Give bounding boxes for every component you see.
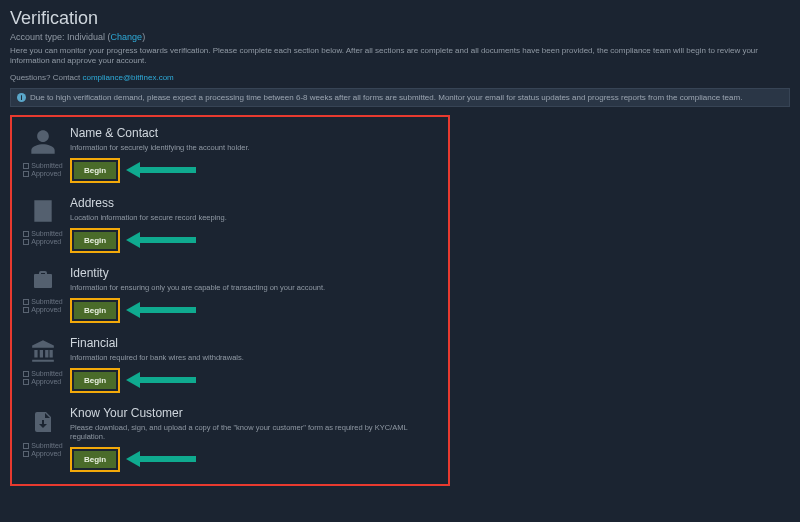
section-kyc: Submitted Approved Know Your Customer Pl… xyxy=(16,401,444,480)
notice-banner: i Due to high verification demand, pleas… xyxy=(10,88,790,107)
arrow-annotation xyxy=(126,234,196,246)
submitted-label: Submitted xyxy=(31,370,63,378)
submitted-label: Submitted xyxy=(31,230,63,238)
section-title: Address xyxy=(70,196,444,210)
approved-label: Approved xyxy=(31,238,61,246)
section-address: Submitted Approved Address Location info… xyxy=(16,191,444,261)
approved-checkbox xyxy=(23,307,29,313)
section-desc: Information required for bank wires and … xyxy=(70,353,444,362)
contact-email-link[interactable]: compliance@bitfinex.com xyxy=(83,73,174,82)
approved-label: Approved xyxy=(31,170,61,178)
notice-text: Due to high verification demand, please … xyxy=(30,93,742,102)
approved-label: Approved xyxy=(31,378,61,386)
section-desc: Location information for secure record k… xyxy=(70,213,444,222)
submitted-checkbox xyxy=(23,443,29,449)
section-desc: Please download, sign, and upload a copy… xyxy=(70,423,444,441)
approved-checkbox xyxy=(23,239,29,245)
briefcase-icon xyxy=(29,268,57,294)
begin-button-name-contact[interactable]: Begin xyxy=(74,162,116,179)
status-checks: Submitted Approved xyxy=(23,162,63,179)
status-checks: Submitted Approved xyxy=(23,370,63,387)
account-type-label: Account type: xyxy=(10,32,65,42)
contact-line: Questions? Contact compliance@bitfinex.c… xyxy=(10,73,790,82)
begin-button-address[interactable]: Begin xyxy=(74,232,116,249)
submitted-checkbox xyxy=(23,371,29,377)
begin-button-kyc[interactable]: Begin xyxy=(74,451,116,468)
approved-checkbox xyxy=(23,171,29,177)
page-title: Verification xyxy=(10,8,790,29)
section-name-contact: Submitted Approved Name & Contact Inform… xyxy=(16,121,444,191)
status-checks: Submitted Approved xyxy=(23,298,63,315)
account-type-value: Individual xyxy=(67,32,105,42)
submitted-checkbox xyxy=(23,231,29,237)
account-type-line: Account type: Individual (Change) xyxy=(10,32,790,42)
verification-sections-highlight: Submitted Approved Name & Contact Inform… xyxy=(10,115,450,486)
submitted-label: Submitted xyxy=(31,442,63,450)
status-checks: Submitted Approved xyxy=(23,442,63,459)
questions-label: Questions? Contact xyxy=(10,73,80,82)
submitted-label: Submitted xyxy=(31,162,63,170)
building-icon xyxy=(30,198,56,226)
begin-button-highlight: Begin xyxy=(70,447,120,472)
info-icon: i xyxy=(17,93,26,102)
arrow-annotation xyxy=(126,304,196,316)
begin-button-highlight: Begin xyxy=(70,228,120,253)
submitted-checkbox xyxy=(23,299,29,305)
section-title: Name & Contact xyxy=(70,126,444,140)
section-identity: Submitted Approved Identity Information … xyxy=(16,261,444,331)
section-desc: Information for securely identifying the… xyxy=(70,143,444,152)
section-financial: Submitted Approved Financial Information… xyxy=(16,331,444,401)
approved-checkbox xyxy=(23,451,29,457)
intro-text: Here you can monitor your progress towar… xyxy=(10,46,790,67)
submitted-label: Submitted xyxy=(31,298,63,306)
arrow-annotation xyxy=(126,164,196,176)
submitted-checkbox xyxy=(23,163,29,169)
approved-label: Approved xyxy=(31,450,61,458)
status-checks: Submitted Approved xyxy=(23,230,63,247)
section-title: Financial xyxy=(70,336,444,350)
file-pdf-icon xyxy=(31,408,55,438)
approved-checkbox xyxy=(23,379,29,385)
begin-button-highlight: Begin xyxy=(70,368,120,393)
section-title: Identity xyxy=(70,266,444,280)
begin-button-identity[interactable]: Begin xyxy=(74,302,116,319)
begin-button-highlight: Begin xyxy=(70,298,120,323)
arrow-annotation xyxy=(126,453,196,465)
section-desc: Information for ensuring only you are ca… xyxy=(70,283,444,292)
approved-label: Approved xyxy=(31,306,61,314)
begin-button-financial[interactable]: Begin xyxy=(74,372,116,389)
change-account-type-link[interactable]: Change xyxy=(111,32,143,42)
begin-button-highlight: Begin xyxy=(70,158,120,183)
user-icon xyxy=(29,128,57,158)
bank-icon xyxy=(29,338,57,366)
section-title: Know Your Customer xyxy=(70,406,444,420)
arrow-annotation xyxy=(126,374,196,386)
